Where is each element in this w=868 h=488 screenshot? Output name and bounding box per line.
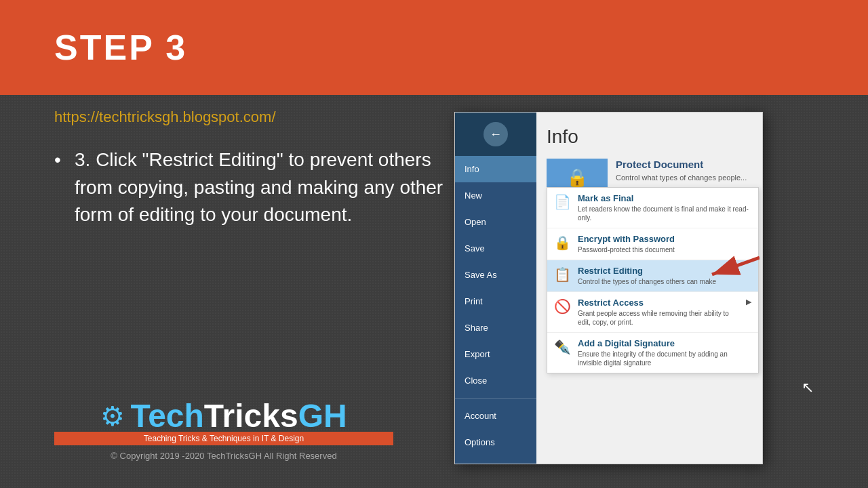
back-button[interactable]: ← bbox=[455, 113, 536, 156]
bullet-icon: • bbox=[54, 146, 61, 174]
submenu-arrow-icon: ▶ bbox=[746, 298, 751, 306]
word-panel: ← Info New Open Save Save As Print Share… bbox=[454, 112, 763, 464]
protect-text: Protect Document Control what types of c… bbox=[616, 159, 747, 182]
encrypt-password-item[interactable]: 🔒 Encrypt with Password Password-protect… bbox=[547, 228, 758, 260]
mark-final-text: Mark as Final Let readers know the docum… bbox=[578, 193, 751, 222]
sidebar-item-account[interactable]: Account bbox=[455, 403, 536, 429]
restrict-access-text: Restrict Access Grant people access whil… bbox=[578, 298, 739, 327]
sidebar-item-print[interactable]: Print bbox=[455, 288, 536, 314]
step-title: STEP 3 bbox=[54, 27, 187, 68]
header-bar: STEP 3 bbox=[0, 0, 868, 95]
protect-dropdown: 📄 Mark as Final Let readers know the doc… bbox=[547, 187, 759, 373]
mouse-cursor: ↖ bbox=[802, 379, 814, 396]
encrypt-icon: 🔒 bbox=[554, 235, 571, 251]
sidebar-item-close[interactable]: Close bbox=[455, 367, 536, 394]
lock-icon: 🔒 bbox=[566, 167, 588, 188]
protect-description: Control what types of changes people... bbox=[616, 173, 747, 182]
sidebar-item-save[interactable]: Save bbox=[455, 235, 536, 262]
restrict-editing-desc: Control the types of changes others can … bbox=[578, 277, 716, 286]
sidebar-item-saveas[interactable]: Save As bbox=[455, 262, 536, 288]
sidebar-item-options[interactable]: Options bbox=[455, 429, 536, 455]
restrict-editing-icon: 📋 bbox=[554, 266, 571, 283]
encrypt-desc: Password-protect this document bbox=[578, 245, 675, 254]
mark-final-icon: 📄 bbox=[554, 194, 571, 210]
restrict-editing-item[interactable]: 📋 Restrict Editing Control the types of … bbox=[547, 260, 758, 292]
logo-text: TechTricksGH bbox=[130, 397, 347, 434]
encrypt-heading: Encrypt with Password bbox=[578, 234, 675, 244]
sidebar-item-new[interactable]: New bbox=[455, 182, 536, 209]
restrict-access-desc: Grant people access while removing their… bbox=[578, 309, 739, 327]
sidebar-item-open[interactable]: Open bbox=[455, 209, 536, 235]
sidebar-item-export[interactable]: Export bbox=[455, 341, 536, 367]
restrict-access-heading: Restrict Access bbox=[578, 298, 739, 308]
logo-gh: GH bbox=[298, 398, 347, 434]
restrict-access-item[interactable]: 🚫 Restrict Access Grant people access wh… bbox=[547, 292, 758, 333]
sidebar-divider bbox=[455, 398, 536, 399]
restrict-access-icon: 🚫 bbox=[554, 298, 571, 314]
instruction-text: 3. Click "Restrict Editing" to prevent o… bbox=[75, 149, 443, 225]
background: STEP 3 https://techtricksgh.blogspot.com… bbox=[0, 0, 868, 488]
signature-desc: Ensure the integrity of the document by … bbox=[578, 350, 751, 367]
sidebar-item-share[interactable]: Share bbox=[455, 314, 536, 341]
signature-text: Add a Digital Signature Ensure the integ… bbox=[578, 338, 751, 367]
sidebar-item-info[interactable]: Info bbox=[455, 156, 536, 182]
mark-final-heading: Mark as Final bbox=[578, 193, 751, 203]
word-sidebar: ← Info New Open Save Save As Print Share… bbox=[455, 113, 536, 464]
signature-heading: Add a Digital Signature bbox=[578, 338, 751, 348]
protect-heading: Protect Document bbox=[616, 159, 747, 170]
signature-icon: ✒️ bbox=[554, 339, 571, 355]
back-arrow-icon: ← bbox=[484, 122, 508, 146]
left-content: https://techtricksgh.blogspot.com/ • 3. … bbox=[54, 108, 448, 229]
encrypt-text: Encrypt with Password Password-protect t… bbox=[578, 234, 675, 254]
info-title: Info bbox=[547, 126, 752, 148]
logo-area: ⚙ TechTricksGH Teaching Tricks & Techniq… bbox=[54, 397, 393, 461]
logo-tech: Tech bbox=[130, 398, 203, 434]
restrict-editing-text: Restrict Editing Control the types of ch… bbox=[578, 266, 716, 286]
digital-signature-item[interactable]: ✒️ Add a Digital Signature Ensure the in… bbox=[547, 333, 758, 373]
url-link[interactable]: https://techtricksgh.blogspot.com/ bbox=[54, 108, 448, 126]
copyright: © Copyright 2019 -2020 TechTricksGH All … bbox=[54, 451, 393, 461]
word-main: Info 🔒 ProtectDocument ▾ Protect Documen… bbox=[536, 113, 762, 464]
instruction-block: • 3. Click "Restrict Editing" to prevent… bbox=[54, 146, 448, 229]
restrict-editing-heading: Restrict Editing bbox=[578, 266, 716, 276]
gear-icon: ⚙ bbox=[100, 401, 125, 432]
logo-tricks: Tricks bbox=[204, 398, 298, 434]
mark-final-desc: Let readers know the document is final a… bbox=[578, 205, 751, 222]
mark-as-final-item[interactable]: 📄 Mark as Final Let readers know the doc… bbox=[547, 188, 758, 228]
